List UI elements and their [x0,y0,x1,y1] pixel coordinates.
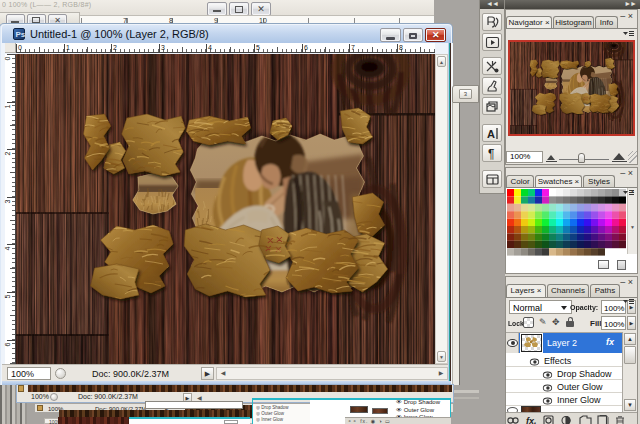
svg-text:A: A [487,128,495,140]
svg-text:fx.: fx. [526,416,537,424]
svg-text:¶: ¶ [488,147,494,161]
